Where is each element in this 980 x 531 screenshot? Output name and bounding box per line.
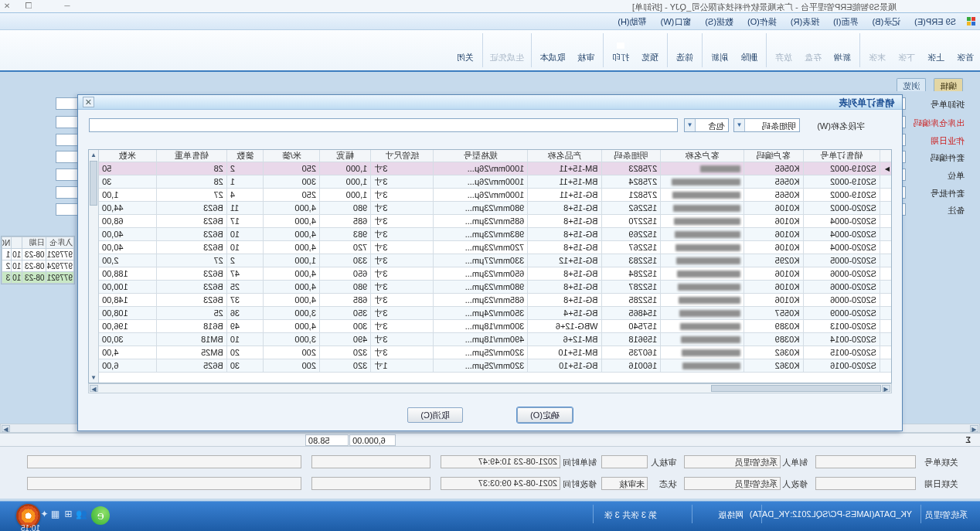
grid-v-scrollbar[interactable]: ▲ ▼ <box>89 150 99 383</box>
menu-item-1[interactable]: 记录(B) <box>866 13 908 28</box>
grid-header-3[interactable]: 明细条码 <box>601 150 661 162</box>
grid-row-5[interactable]: S2020-0004K0106152269BG-15+8983mm/23μm..… <box>99 228 892 241</box>
grid-header-7[interactable]: 幅宽 <box>319 150 370 162</box>
scroll-right-icon[interactable]: ▶ <box>2 425 10 432</box>
filter-operator-combo[interactable]: 包含▼ <box>684 118 729 132</box>
dialog-titlebar[interactable]: 销售订单列表 ✕ <box>78 95 902 110</box>
cancel-button[interactable]: 取消(C) <box>407 407 463 423</box>
grid-row-9[interactable]: S2020-0006K0106152287BG-15+8980mm/23μm..… <box>99 281 892 294</box>
scroll-left-icon[interactable]: ◀ <box>882 385 890 392</box>
grid-h-scrollbar[interactable]: ◀ ▶ <box>88 383 892 393</box>
menu-item-0[interactable]: S9 ERP(E) <box>907 14 963 26</box>
grid-cell: K0106 <box>744 267 803 281</box>
grid-cell: 1000mm/26μ... <box>434 175 528 189</box>
chevron-down-icon[interactable]: ▼ <box>685 119 696 131</box>
sidebar-label-1: 出库仓库编码 <box>914 117 965 129</box>
grid-header-2[interactable]: 客户名称 <box>661 150 744 162</box>
form-label-1-0: 关联日期 <box>924 478 958 490</box>
grid-header-4[interactable]: 产品名称 <box>528 150 601 162</box>
fragment-header-row: 入库仓日期NO <box>2 237 74 249</box>
grid-row-10[interactable]: S2020-0006K0106152285BG-15+8685mm/23μm..… <box>99 294 892 307</box>
green-app-icon[interactable]: ℮ <box>91 506 110 525</box>
grid-cell: BG-15+8 <box>528 215 601 228</box>
grid-cell: 4,000 <box>264 281 320 294</box>
grid-header-8[interactable]: 米/篓 <box>264 150 320 162</box>
grid-header-11[interactable]: 米数 <box>99 150 157 162</box>
menu-item-6[interactable]: 窗口(W) <box>654 13 699 28</box>
grid-cell-customer-blur <box>661 346 744 359</box>
grid-header-5[interactable]: 规格型号 <box>434 150 528 162</box>
close-button[interactable]: ✕ <box>0 1 17 12</box>
toolbar-separator <box>482 33 483 67</box>
toolbar-audit-button[interactable]: 审核 <box>571 30 601 70</box>
grid-row-1[interactable]: S2019-0002K0565275824BM-15+111000mm/26μ.… <box>99 175 892 189</box>
toolbar-button-label: 刷新 <box>705 52 734 63</box>
filter-value-input[interactable] <box>89 118 678 132</box>
grid-row-6[interactable]: S2020-0004K0106152267BG-15+8720mm/23μm..… <box>99 241 892 254</box>
scroll-right-icon[interactable]: ▶ <box>90 385 98 392</box>
grid-header-0[interactable]: 销售订单号 <box>803 150 880 162</box>
toolbar-add-button[interactable]: 新增 <box>828 30 857 70</box>
ok-button[interactable]: 确定(O) <box>517 407 573 423</box>
tray-grid-icon[interactable]: ⊞ <box>63 509 74 520</box>
grid-row-2[interactable]: S2019-0002K0565275821BG-15+111000mm/26μ.… <box>99 189 892 202</box>
menu-item-5[interactable]: 数据(S) <box>698 13 740 28</box>
grid-cell: 49 <box>226 320 264 333</box>
tab-edit[interactable]: 编辑 <box>934 78 963 91</box>
grid-row-14[interactable]: S2020-0015K0362160735BM-15+10320mm/25μm.… <box>99 346 892 359</box>
toolbar-prev-button[interactable]: 上张 <box>921 30 951 70</box>
tray-image-icon[interactable]: ▦ <box>49 509 61 520</box>
dialog-close-icon[interactable]: ✕ <box>83 97 94 107</box>
toolbar-exit-button[interactable]: 关闭 <box>451 30 480 70</box>
menu-item-2[interactable]: 界面(I) <box>826 13 865 28</box>
grid-row-8[interactable]: S2020-0006K0106152284BG-15+8650mm/23μm..… <box>99 267 892 281</box>
menu-item-3[interactable]: 报表(R) <box>784 13 826 28</box>
grid-cell: 685 <box>319 294 370 307</box>
scroll-left-icon[interactable]: ◀ <box>970 425 978 432</box>
scroll-down-icon[interactable]: ▼ <box>89 373 98 383</box>
maximize-button[interactable]: ❐ <box>19 1 39 12</box>
fragment-row[interactable]: 97792108-23103 <box>2 272 74 284</box>
tray-users-icon[interactable]: 👥 <box>76 509 87 520</box>
toolbar-first-button[interactable]: 首张 <box>951 30 980 70</box>
toolbar-filter-button[interactable]: 筛选 <box>670 30 699 70</box>
grid-header-6[interactable]: 纸管尺寸 <box>371 150 434 162</box>
grid-row-11[interactable]: S2020-0009K0557154865BG-15+4350mm/24μm..… <box>99 307 892 320</box>
toolbar-preview-button[interactable]: 预览 <box>635 30 665 70</box>
grid-row-7[interactable]: S2020-0005K0295152283BG-15+12330mm/27μm.… <box>99 254 892 267</box>
minimize-button[interactable]: ─ <box>57 1 77 12</box>
grid-row-4[interactable]: S2020-0004K0106152270BG-15+8685mm/23μm..… <box>99 215 892 228</box>
blurred-customer-name <box>680 323 740 330</box>
menu-item-4[interactable]: 操作(O) <box>740 13 784 28</box>
grid-row-3[interactable]: S2020-0002K0106152262BG-15+8980mm/23μm..… <box>99 202 892 215</box>
grid-header-1[interactable]: 客户编码 <box>744 150 803 162</box>
grid-cell: S2020-0015 <box>803 346 880 359</box>
toolbar-print-button[interactable]: 打印 <box>606 30 635 70</box>
grid-cell: S2020-0002 <box>803 202 880 215</box>
grid-cell: 4 <box>226 189 264 202</box>
scroll-up-icon[interactable]: ▲ <box>89 150 98 160</box>
menu-item-7[interactable]: 帮助(H) <box>611 13 653 28</box>
grid-row-13[interactable]: S2020-0014K0389159618BM-12+6490mm/18μm..… <box>99 333 892 346</box>
tray-tool-icon[interactable]: ✦ <box>39 509 50 520</box>
v-scroll-thumb[interactable] <box>90 161 97 206</box>
grid-header-10[interactable]: 销售单重 <box>156 150 226 162</box>
grid-header-9[interactable]: 篓数 <box>226 150 264 162</box>
grid-row-0[interactable]: ▶S2019-0002K0565275823BM-15+111000mm/26μ… <box>99 162 892 175</box>
toolbar-delete-button[interactable]: 删除 <box>734 30 764 70</box>
form-value-1-3: 2021-08-24 09:03:37 <box>441 477 560 490</box>
chevron-down-icon[interactable]: ▼ <box>734 119 745 131</box>
h-scroll-thumb[interactable] <box>711 385 881 392</box>
toolbar-refresh-button[interactable]: 刷新 <box>705 30 734 70</box>
fragment-row[interactable]: 97792408-23102 <box>2 260 74 272</box>
grid-row-12[interactable]: S2020-0013K0389157540WBG-12+6300mm/18μm.… <box>99 320 892 333</box>
grid-cell: 4,000 <box>264 202 320 215</box>
fragment-row[interactable]: 97792108-23101 <box>2 249 74 260</box>
orders-grid[interactable]: 销售订单号客户编码客户名称明细条码产品名称规格型号纸管尺寸幅宽米/篓篓数销售单重… <box>88 149 892 383</box>
tab-browse[interactable]: 浏览 <box>897 78 926 91</box>
fragment-cell: 08-23 <box>22 260 46 272</box>
filter-field-combo[interactable]: 明细条码▼ <box>733 118 800 132</box>
toolbar-cost-button[interactable]: 取成本 <box>534 30 571 70</box>
grid-row-15[interactable]: S2020-0016K0362160016BG-15+10320mm/25μm.… <box>99 359 892 373</box>
save-icon <box>805 33 822 50</box>
